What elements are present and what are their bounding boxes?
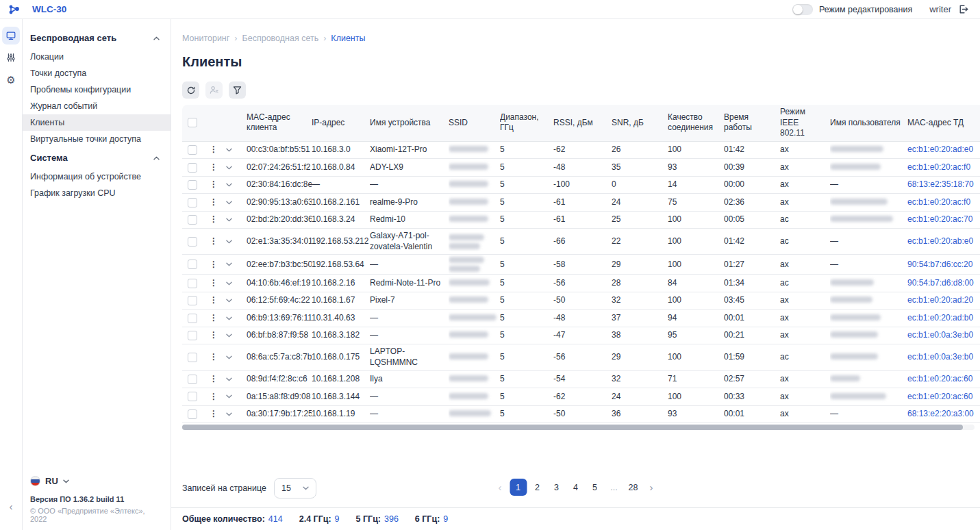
row-expand-chevron-icon[interactable]: [226, 412, 240, 416]
ap-mac-link[interactable]: ec:b1:e0:20:ac:70: [907, 214, 972, 224]
sidebar-item-локации[interactable]: Локации: [23, 49, 171, 65]
row-expand-chevron-icon[interactable]: [226, 218, 240, 222]
row-checkbox[interactable]: [188, 237, 197, 247]
row-checkbox[interactable]: [188, 198, 197, 207]
row-actions-kebab-icon[interactable]: ⋮: [210, 278, 218, 288]
ssid-redacted-pill: [449, 234, 484, 240]
pager-prev-icon[interactable]: ‹: [492, 479, 507, 496]
ap-mac-link[interactable]: ec:b1:e0:20:ad:b0: [907, 313, 973, 323]
ap-mac-link[interactable]: ec:b1:e0:0a:3e:b0: [907, 330, 973, 340]
row-checkbox[interactable]: [188, 279, 197, 288]
sidebar-item-журнал-событий[interactable]: Журнал событий: [23, 98, 171, 114]
row-actions-kebab-icon[interactable]: ⋮: [210, 260, 218, 269]
row-expand-chevron-icon[interactable]: [226, 201, 240, 205]
row-actions-kebab-icon[interactable]: ⋮: [210, 144, 218, 154]
row-expand-chevron-icon[interactable]: [226, 281, 240, 286]
pager-next-icon[interactable]: ›: [644, 479, 659, 496]
ap-mac-link[interactable]: ec:b1:e0:20:ad:e0: [907, 144, 973, 154]
row-expand-chevron-icon[interactable]: [226, 394, 240, 399]
row-checkbox[interactable]: [188, 215, 197, 225]
scrollbar-thumb[interactable]: [182, 425, 963, 430]
sidebar-item-информация-об-устройстве[interactable]: Информация об устройстве: [23, 168, 171, 185]
row-expand-chevron-icon[interactable]: [226, 166, 240, 170]
row-expand-chevron-icon[interactable]: [226, 299, 240, 303]
row-expand-chevron-icon[interactable]: [226, 148, 240, 152]
monitoring-icon[interactable]: [2, 27, 20, 45]
row-actions-kebab-icon[interactable]: ⋮: [210, 236, 218, 246]
row-checkbox[interactable]: [188, 314, 197, 323]
row-actions-kebab-icon[interactable]: ⋮: [210, 392, 218, 401]
row-actions-kebab-icon[interactable]: ⋮: [210, 352, 218, 362]
band-ghz: 5: [500, 212, 553, 227]
row-actions-kebab-icon[interactable]: ⋮: [210, 162, 218, 172]
row-expand-chevron-icon[interactable]: [226, 316, 240, 320]
row-checkbox[interactable]: [188, 145, 197, 155]
row-actions-kebab-icon[interactable]: ⋮: [210, 197, 218, 207]
edit-mode-toggle[interactable]: [792, 4, 813, 15]
pager-page-3[interactable]: 3: [548, 479, 565, 496]
language-selector[interactable]: RU: [30, 476, 163, 486]
row-actions-kebab-icon[interactable]: ⋮: [210, 179, 218, 189]
row-expand-chevron-icon[interactable]: [226, 377, 240, 381]
row-actions-kebab-icon[interactable]: ⋮: [210, 330, 218, 340]
sidebar-item-точки-доступа[interactable]: Точки доступа: [23, 65, 171, 81]
row-checkbox[interactable]: [188, 260, 197, 269]
row-expand-chevron-icon[interactable]: [226, 355, 240, 359]
collapse-sidebar-icon[interactable]: ‹: [0, 501, 22, 512]
row-checkbox[interactable]: [188, 163, 197, 173]
refresh-button[interactable]: [182, 81, 199, 99]
pager-page-1[interactable]: 1: [510, 479, 527, 496]
link-quality: 75: [668, 195, 724, 210]
ap-mac-link[interactable]: ec:b1:e0:20:ac:f0: [907, 197, 970, 207]
row-checkbox[interactable]: [188, 392, 197, 401]
disconnect-client-button[interactable]: [205, 81, 223, 99]
sidebar-item-виртуальные-точки-доступа[interactable]: Виртуальные точки доступа: [23, 131, 171, 147]
row-checkbox[interactable]: [188, 409, 197, 419]
ap-mac-link[interactable]: 68:13:e2:35:18:70: [907, 179, 974, 189]
breadcrumb-item[interactable]: Беспроводная сеть: [242, 34, 319, 43]
row-checkbox[interactable]: [188, 180, 197, 190]
logout-icon[interactable]: [957, 3, 969, 15]
uptime: 00:01: [724, 311, 780, 326]
row-actions-kebab-icon[interactable]: ⋮: [210, 313, 218, 323]
row-expand-chevron-icon[interactable]: [226, 262, 240, 266]
page-size-select[interactable]: 15: [274, 478, 316, 499]
sidebar-item-график-загрузки-cpu[interactable]: График загрузки CPU: [23, 185, 171, 201]
sidebar-section-header[interactable]: Беспроводная сеть: [23, 27, 171, 49]
row-actions-kebab-icon[interactable]: ⋮: [210, 295, 218, 305]
row-actions-kebab-icon[interactable]: ⋮: [210, 374, 218, 383]
sidebar-item-клиенты[interactable]: Клиенты: [23, 114, 171, 131]
pager-page-2[interactable]: 2: [529, 479, 546, 496]
ap-mac-link[interactable]: ec:b1:e0:20:ab:e0: [907, 236, 973, 246]
pager-page-28[interactable]: 28: [625, 479, 642, 496]
ap-mac-link[interactable]: 90:54:b7:d6:cc:20: [907, 260, 972, 269]
ap-mac-link[interactable]: ec:b1:e0:20:ac:60: [907, 392, 972, 401]
filter-button[interactable]: [229, 81, 246, 99]
ap-mac-link[interactable]: ec:b1:e0:20:ac:60: [907, 374, 972, 383]
breadcrumb-item[interactable]: Клиенты: [331, 34, 365, 43]
row-checkbox[interactable]: [188, 296, 197, 305]
row-checkbox[interactable]: [188, 331, 197, 340]
wireless-icon[interactable]: [2, 49, 20, 66]
ap-mac-link[interactable]: 68:13:e2:20:a3:00: [907, 409, 974, 418]
settings-icon[interactable]: ⚙: [2, 71, 20, 88]
row-checkbox[interactable]: [188, 353, 197, 362]
row-expand-chevron-icon[interactable]: [226, 333, 240, 338]
ap-mac-link[interactable]: ec:b1:e0:0a:3e:b0: [907, 352, 973, 362]
row-actions-kebab-icon[interactable]: ⋮: [210, 214, 218, 224]
ap-mac-link[interactable]: ec:b1:e0:20:ac:f0: [907, 162, 970, 172]
pager-page-5[interactable]: 5: [586, 479, 603, 496]
sidebar-item-проблемы-конфигурации[interactable]: Проблемы конфигурации: [23, 81, 171, 98]
row-expand-chevron-icon[interactable]: [226, 240, 240, 244]
row-actions-kebab-icon[interactable]: ⋮: [210, 409, 218, 418]
select-all-checkbox[interactable]: [188, 118, 197, 127]
snr-db: 25: [612, 212, 668, 227]
pager-page-4[interactable]: 4: [567, 479, 584, 496]
breadcrumb-item[interactable]: Мониторинг: [182, 34, 229, 43]
ap-mac-link[interactable]: ec:b1:e0:20:ad:20: [907, 295, 973, 305]
row-expand-chevron-icon[interactable]: [226, 183, 240, 187]
sidebar-section-header[interactable]: Система: [23, 147, 171, 168]
ap-mac-link[interactable]: 90:54:b7:d6:d8:00: [907, 278, 974, 288]
row-checkbox[interactable]: [188, 375, 197, 384]
client-mac: 02:30:84:16:dc:8e: [247, 177, 312, 192]
